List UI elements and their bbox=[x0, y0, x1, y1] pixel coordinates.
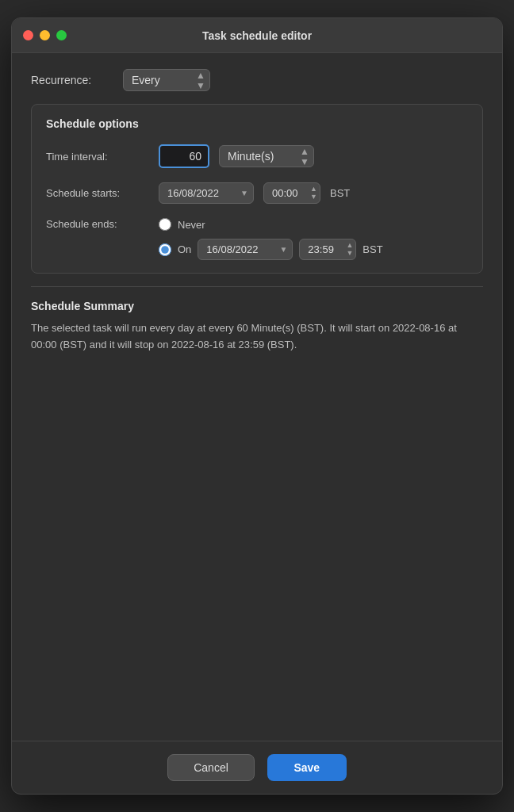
schedule-starts-label: Schedule starts: bbox=[46, 187, 149, 199]
close-button[interactable] bbox=[23, 30, 33, 40]
summary-title: Schedule Summary bbox=[31, 300, 483, 312]
ends-timezone: BST bbox=[362, 243, 382, 255]
time-interval-input[interactable] bbox=[159, 144, 209, 168]
schedule-options-title: Schedule options bbox=[46, 117, 468, 130]
on-radio[interactable] bbox=[159, 243, 171, 256]
starts-time-input[interactable] bbox=[263, 182, 320, 204]
time-interval-row: Time interval: Minute(s) Hour(s) Day(s) … bbox=[46, 144, 468, 168]
starts-timezone: BST bbox=[330, 187, 350, 199]
on-label[interactable]: On bbox=[178, 243, 191, 255]
never-label[interactable]: Never bbox=[178, 219, 205, 231]
starts-date-wrapper: 16/08/2022 ▼ bbox=[159, 182, 254, 204]
time-interval-label: Time interval: bbox=[46, 151, 149, 163]
save-button[interactable]: Save bbox=[267, 754, 347, 781]
never-radio[interactable] bbox=[159, 218, 171, 231]
on-radio-row: On 16/08/2022 ▼ ▲ ▼ bbox=[159, 239, 383, 260]
ends-time-wrapper: ▲ ▼ bbox=[299, 239, 356, 260]
titlebar: Task schedule editor bbox=[12, 18, 502, 53]
ends-options: Never On 16/08/2022 ▼ bbox=[159, 218, 383, 260]
never-radio-row: Never bbox=[159, 218, 383, 231]
section-divider bbox=[31, 286, 483, 287]
schedule-ends-row: Schedule ends: Never On 16/08/2022 bbox=[46, 218, 468, 260]
summary-text: The selected task will run every day at … bbox=[31, 320, 483, 354]
starts-date-select[interactable]: 16/08/2022 bbox=[159, 182, 254, 204]
schedule-options-box: Schedule options Time interval: Minute(s… bbox=[31, 104, 483, 274]
cancel-button[interactable]: Cancel bbox=[167, 754, 255, 781]
recurrence-select-wrapper: Every Once Daily Weekly Monthly ▲ ▼ bbox=[123, 69, 210, 91]
content-area: Recurrence: Every Once Daily Weekly Mont… bbox=[12, 53, 502, 741]
recurrence-row: Recurrence: Every Once Daily Weekly Mont… bbox=[31, 69, 483, 91]
schedule-ends-label: Schedule ends: bbox=[46, 218, 149, 230]
recurrence-select[interactable]: Every Once Daily Weekly Monthly bbox=[123, 69, 210, 91]
maximize-button[interactable] bbox=[56, 30, 67, 40]
footer: Cancel Save bbox=[12, 741, 502, 794]
recurrence-label: Recurrence: bbox=[31, 74, 110, 86]
main-window: Task schedule editor Recurrence: Every O… bbox=[11, 17, 503, 795]
ends-date-wrapper: 16/08/2022 ▼ bbox=[198, 239, 293, 260]
unit-select-wrapper: Minute(s) Hour(s) Day(s) ▲ ▼ bbox=[219, 145, 314, 167]
ends-time-input[interactable] bbox=[299, 239, 356, 260]
window-controls bbox=[23, 30, 67, 40]
ends-date-select[interactable]: 16/08/2022 bbox=[198, 239, 293, 260]
schedule-starts-row: Schedule starts: 16/08/2022 ▼ ▲ ▼ BST bbox=[46, 182, 468, 204]
window-title: Task schedule editor bbox=[202, 29, 312, 42]
unit-select[interactable]: Minute(s) Hour(s) Day(s) bbox=[219, 145, 314, 167]
starts-time-wrapper: ▲ ▼ bbox=[263, 182, 320, 204]
minimize-button[interactable] bbox=[40, 30, 50, 40]
schedule-summary-box: Schedule Summary The selected task will … bbox=[31, 300, 483, 354]
